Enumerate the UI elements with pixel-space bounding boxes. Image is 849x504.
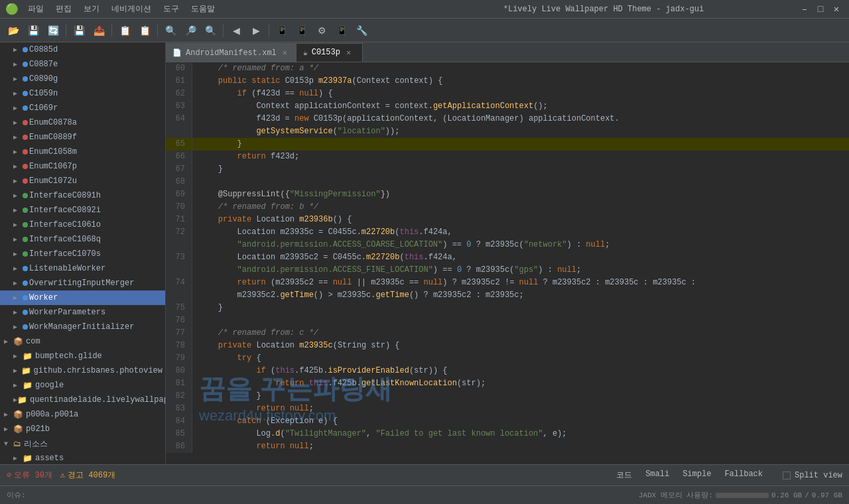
sidebar-item-InterfaceC1070s[interactable]: ▶ InterfaceC1070s	[0, 247, 165, 261]
sidebar-item-p000a[interactable]: ▶ 📦 p000a.p001a	[0, 407, 165, 422]
line-code: private Location m23936b() {	[192, 214, 849, 226]
sidebar-item-InterfaceC0891h[interactable]: ▶ InterfaceC0891h	[0, 188, 165, 203]
arrow-icon: ▶	[13, 192, 23, 200]
sidebar-item-p021b[interactable]: ▶ 📦 p021b	[0, 422, 165, 436]
split-view-checkbox[interactable]	[783, 472, 791, 479]
tab-close-button[interactable]: ✕	[344, 47, 353, 58]
menu-file[interactable]: 파일	[23, 2, 49, 16]
code-line-65: 65 }	[166, 138, 849, 151]
bottom-tab-code[interactable]: 코드	[610, 467, 639, 483]
sidebar-item-InterfaceC1061o[interactable]: ▶ InterfaceC1061o	[0, 218, 165, 232]
arrow-icon: ▶	[13, 148, 23, 156]
code-line-86: 86 return null;	[166, 440, 849, 453]
search-button[interactable]: 🔍	[161, 21, 180, 40]
sidebar-item-google[interactable]: ▶ 📁 google	[0, 378, 165, 393]
back-button[interactable]: ◀	[227, 21, 245, 40]
sidebar-item-C1059n[interactable]: ▶ C1059n	[0, 86, 165, 101]
tools-button[interactable]: 🔧	[352, 21, 371, 40]
line-number: 65	[166, 138, 192, 151]
sidebar-item-WorkerParameters[interactable]: ▶ WorkerParameters	[0, 305, 165, 320]
sidebar-item-InterfaceC0892i[interactable]: ▶ InterfaceC0892i	[0, 203, 165, 218]
sidebar-item-resources[interactable]: ▼ 🗂 리소스	[0, 436, 165, 451]
arrow-icon: ▶	[4, 338, 13, 346]
sidebar-item-label: EnumC1072u	[29, 176, 77, 186]
sidebar-item-C0890g[interactable]: ▶ C0890g	[0, 72, 165, 86]
class-dot	[23, 47, 28, 52]
copy-button[interactable]: 📋	[115, 21, 134, 40]
code-line-71: 71 private Location m23936b() {	[166, 214, 849, 226]
code-line-72: 72 Location m23935c = C0455c.m22720b(thi…	[166, 226, 849, 239]
mem-total: 0.97 GB	[812, 491, 842, 499]
split-view-toggle[interactable]: Split view	[783, 471, 842, 480]
menu-edit[interactable]: 편집	[50, 2, 77, 16]
sidebar-item-WorkManagerInitializer[interactable]: ▶ WorkManagerInitializer	[0, 320, 165, 334]
arrow-icon: ▶	[13, 308, 23, 316]
device2-button[interactable]: 📱	[293, 21, 311, 40]
sidebar-item-EnumC0878a[interactable]: ▶ EnumC0878a	[0, 115, 165, 130]
reload-button[interactable]: 🔄	[44, 21, 62, 40]
tab-androidmanifest[interactable]: 📄 AndroidManifest.xml ✕	[166, 43, 296, 62]
search-class-button[interactable]: 🔎	[181, 21, 200, 40]
close-button[interactable]: ✕	[829, 2, 844, 17]
menu-view[interactable]: 보기	[78, 2, 105, 16]
sidebar-item-bumptech[interactable]: ▶ 📁 bumptech.glide	[0, 349, 165, 363]
settings-button[interactable]: ⚙	[312, 21, 331, 40]
menu-help[interactable]: 도움말	[186, 2, 220, 16]
bottom-tab-fallback[interactable]: Fallback	[718, 467, 769, 483]
menu-bar: 파일 편집 보기 네비게이션 도구 도움말	[23, 2, 410, 16]
save-button[interactable]: 💾	[70, 21, 88, 40]
forward-button[interactable]: ▶	[247, 21, 265, 40]
line-code	[192, 314, 849, 327]
sidebar-item-com[interactable]: ▶ 📦 com	[0, 334, 165, 349]
minimize-button[interactable]: –	[797, 2, 812, 17]
open-button[interactable]: 📂	[4, 21, 23, 40]
tab-C0153p[interactable]: ☕ C0153p ✕	[296, 43, 363, 62]
menu-navigate[interactable]: 네비게이션	[106, 2, 157, 16]
save-all-button[interactable]: 💾	[24, 21, 42, 40]
sidebar-item-EnumC0889f[interactable]: ▶ EnumC0889f	[0, 130, 165, 145]
tab-label: C0153p	[312, 48, 340, 57]
sidebar-item-label: google	[35, 381, 64, 390]
code-line-79: 79 try {	[166, 352, 849, 365]
code-line-63: 63 Context applicationContext = context.…	[166, 100, 849, 113]
menu-tools[interactable]: 도구	[158, 2, 184, 16]
sidebar-item-C1069r[interactable]: ▶ C1069r	[0, 101, 165, 115]
line-number: 80	[166, 365, 192, 377]
sidebar-item-InterfaceC1068q[interactable]: ▶ InterfaceC1068q	[0, 232, 165, 247]
code-line-85: 85 Log.d("TwilightManager", "Failed to g…	[166, 428, 849, 440]
code-line-61: 61 public static C0153p m23937a(Context …	[166, 75, 849, 88]
search-method-button[interactable]: 🔍	[201, 21, 220, 40]
sidebar-item-EnumC1067p[interactable]: ▶ EnumC1067p	[0, 159, 165, 174]
warning-count: ⚠ 경고 4069개	[60, 470, 115, 481]
sidebar-item-Worker[interactable]: ▶ Worker	[0, 290, 165, 305]
line-code: @SuppressLint({"MissingPermission"})	[192, 188, 849, 201]
code-editor[interactable]: 60 /* renamed from: a */ 61 public stati…	[166, 62, 849, 464]
class-dot	[23, 62, 28, 67]
device-button[interactable]: 📱	[273, 21, 291, 40]
device3-button[interactable]: 📱	[332, 21, 351, 40]
sidebar-item-EnumC1058m[interactable]: ▶ EnumC1058m	[0, 145, 165, 159]
bottom-tab-smali[interactable]: Smali	[639, 467, 676, 483]
export-button[interactable]: 📤	[90, 21, 108, 40]
sidebar-item-C0885d[interactable]: ▶ C0885d	[0, 42, 165, 57]
interface-dot	[23, 222, 28, 227]
sidebar-item-C0887e[interactable]: ▶ C0887e	[0, 57, 165, 72]
paste-button[interactable]: 📋	[135, 21, 154, 40]
bottom-tab-simple[interactable]: Simple	[676, 467, 718, 483]
sidebar-item-assets[interactable]: ▶ 📁 assets	[0, 451, 165, 464]
line-code: /* renamed from: a */	[192, 62, 849, 75]
maximize-button[interactable]: □	[813, 2, 828, 17]
sidebar-item-livelywallpaper[interactable]: ▶ 📁 quentinadelaide.livelywallpaper	[0, 393, 165, 407]
folder-icon: 📁	[23, 454, 33, 464]
tab-close-button[interactable]: ✕	[281, 47, 289, 58]
code-line-68: 68	[166, 176, 849, 188]
enum-dot	[23, 149, 28, 155]
bottom-tabs: 코드 Smali Simple Fallback	[610, 467, 769, 483]
line-number: 71	[166, 214, 192, 226]
sidebar-item-photoview[interactable]: ▶ 📁 github.chrisbanes.photoview	[0, 363, 165, 378]
sidebar-item-OverwritingInputMerger[interactable]: ▶ OverwritingInputMerger	[0, 276, 165, 290]
sidebar-item-ListenableWorker[interactable]: ▶ ListenableWorker	[0, 261, 165, 276]
arrow-icon: ▶	[13, 294, 23, 302]
memory-usage: JADX 메모리 사용량: 0.26 GB / 0.97 GB	[639, 490, 842, 500]
sidebar-item-EnumC1072u[interactable]: ▶ EnumC1072u	[0, 174, 165, 188]
